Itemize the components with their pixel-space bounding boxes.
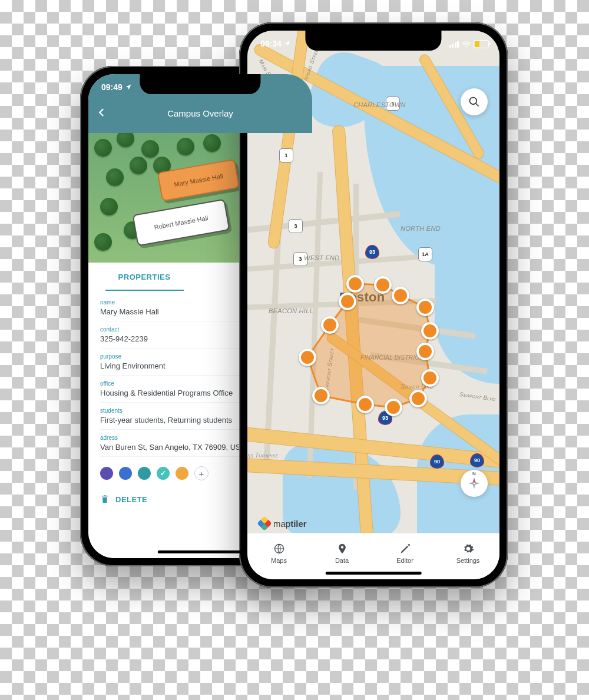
polygon-handle[interactable] xyxy=(416,343,434,360)
signal-icon xyxy=(449,41,459,48)
back-button[interactable] xyxy=(97,107,107,118)
status-time-text: 09:34 xyxy=(260,39,282,48)
polygon-handle[interactable] xyxy=(416,298,434,316)
building-other[interactable]: Robert Massie Hall xyxy=(133,199,230,247)
polygon-handle[interactable] xyxy=(421,369,439,387)
search-icon xyxy=(468,96,480,108)
color-swatch[interactable] xyxy=(176,467,188,480)
status-time: 09:34 xyxy=(260,39,291,48)
tab-maps[interactable]: Maps xyxy=(247,533,310,579)
search-button[interactable] xyxy=(461,88,488,115)
polygon-handle[interactable] xyxy=(374,276,392,294)
tab-label: Data xyxy=(335,557,349,564)
home-indicator[interactable] xyxy=(326,572,422,575)
trash-icon xyxy=(100,495,110,504)
color-add-button[interactable]: + xyxy=(194,466,209,480)
polygon-handle[interactable] xyxy=(339,293,356,310)
chevron-left-icon xyxy=(97,107,107,118)
building-selected-label: Mary Massie Hall xyxy=(173,172,223,188)
svg-line-2 xyxy=(476,104,479,107)
gear-icon xyxy=(462,543,474,555)
status-time: 09:49 xyxy=(101,82,132,92)
compass-n-label: N xyxy=(472,471,476,476)
tab-label: Editor xyxy=(396,557,413,564)
battery-icon xyxy=(474,40,489,48)
polygon-handle[interactable] xyxy=(346,275,364,293)
maptiler-logo-icon xyxy=(257,516,272,530)
svg-marker-6 xyxy=(468,482,473,485)
color-swatch-selected[interactable] xyxy=(157,467,170,480)
polygon-handle[interactable] xyxy=(321,316,339,334)
location-arrow-icon xyxy=(284,40,291,47)
polygon-handle[interactable] xyxy=(392,287,409,304)
notch xyxy=(305,31,441,51)
pin-icon xyxy=(336,543,348,555)
tab-label: Settings xyxy=(456,557,480,564)
svg-point-3 xyxy=(473,482,476,485)
wifi-icon xyxy=(462,41,471,48)
color-swatch[interactable] xyxy=(119,467,132,480)
globe-icon xyxy=(273,543,285,555)
svg-point-9 xyxy=(340,546,343,548)
maptiler-logo: maptiler xyxy=(259,518,307,529)
polygon-handle[interactable] xyxy=(421,322,439,340)
notch xyxy=(140,74,260,94)
svg-point-1 xyxy=(470,98,477,105)
compass-button[interactable]: N xyxy=(461,470,488,497)
status-time-text: 09:49 xyxy=(101,82,123,92)
color-swatch[interactable] xyxy=(138,467,151,480)
building-other-label: Robert Massie Hall xyxy=(154,214,209,231)
polygon-handle[interactable] xyxy=(312,387,330,404)
tab-properties[interactable]: PROPERTIES xyxy=(88,263,200,291)
tab-settings[interactable]: Settings xyxy=(436,533,499,579)
pencil-icon xyxy=(399,543,411,555)
polygon-handle[interactable] xyxy=(356,396,374,413)
polygon-handle[interactable] xyxy=(299,349,316,366)
svg-marker-7 xyxy=(475,482,480,485)
color-swatch[interactable] xyxy=(100,467,113,480)
compass-icon xyxy=(466,476,482,491)
home-indicator[interactable] xyxy=(158,550,243,553)
polygon-handle[interactable] xyxy=(409,390,427,407)
tab-label: Maps xyxy=(271,557,287,564)
svg-marker-5 xyxy=(473,485,475,489)
page-title: Campus Overlay xyxy=(167,108,233,118)
svg-marker-4 xyxy=(473,477,475,482)
polygon-handle[interactable] xyxy=(385,399,402,416)
delete-label: DELETE xyxy=(115,495,147,504)
location-arrow-icon xyxy=(125,84,132,91)
